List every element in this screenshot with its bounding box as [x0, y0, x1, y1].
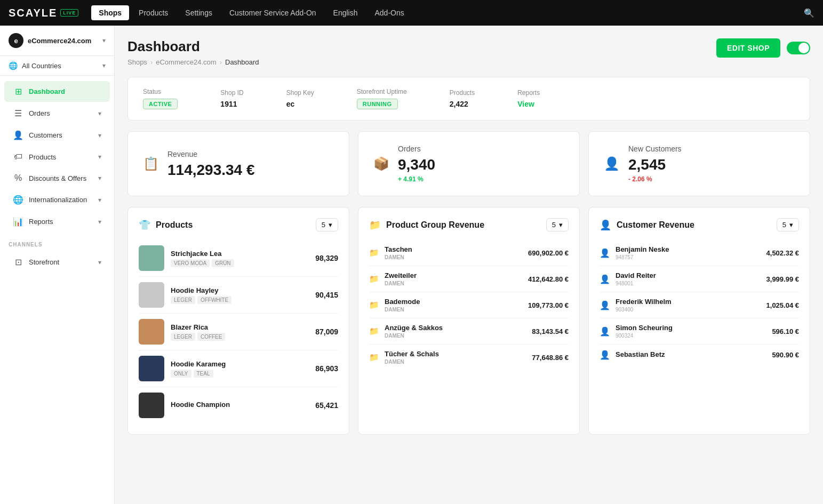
nav-language[interactable]: English: [326, 5, 365, 20]
product-name: Strichjacke Lea: [171, 250, 309, 258]
customer-value: 3,999.99 €: [766, 275, 799, 283]
main-content: Dashboard Shops › eCommerce24.com › Dash…: [115, 26, 823, 504]
sidebar-item-reports[interactable]: 📊 Reports ▾: [4, 211, 110, 232]
product-group-table-header: 📁 Product Group Revenue 5 ▾: [369, 218, 569, 231]
status-label: Reports: [517, 89, 540, 97]
group-value: 77,648.86 €: [532, 354, 569, 362]
product-count: 86,903: [315, 364, 338, 373]
metric-label: New Customers: [628, 145, 682, 153]
orders-icon: ☰: [13, 108, 23, 118]
group-value: 690,902.00 €: [528, 249, 569, 257]
customer-id: 903400: [616, 307, 761, 313]
products-icon: 🏷: [13, 152, 23, 162]
product-group-list: 📁 Taschen DAMEN 690,902.00 € 📁 Zweiteile…: [369, 240, 569, 370]
tables-row: 👕 Products 5 ▾ Strichjacke Lea: [127, 207, 810, 435]
table-row: Hoodie Karameg ONLY TEAL 86,903: [139, 350, 338, 387]
breadcrumb-separator: ›: [150, 58, 153, 66]
edit-shop-button[interactable]: EDIT SHOP: [716, 38, 780, 58]
shop-selector[interactable]: e eCommerce24.com ▾: [0, 26, 114, 56]
product-group-count-value: 5: [552, 221, 556, 229]
customer-revenue-table-title: Customer Revenue: [617, 220, 694, 230]
sidebar-item-internationalization[interactable]: 🌐 Internationalization ▾: [4, 189, 110, 210]
status-label: Shop ID: [220, 89, 243, 97]
table-row: 📁 Bademode DAMEN 109,773.00 €: [369, 292, 569, 318]
folder-icon: 📁: [369, 248, 379, 258]
customer-revenue-count-value: 5: [782, 221, 786, 229]
customer-name: Sebastian Betz: [616, 350, 766, 358]
customer-name: Frederik Wilhelm: [616, 298, 761, 306]
sidebar-item-products[interactable]: 🏷 Products ▾: [4, 147, 110, 167]
customer-name: Simon Scheuring: [616, 324, 766, 332]
chevron-down-icon: ▾: [329, 221, 332, 229]
product-count: 87,009: [315, 327, 338, 336]
orders-icon: 📦: [373, 156, 389, 171]
table-row: Hoodie Hayley LEGER OFFWHITE 90,415: [139, 277, 338, 314]
search-icon[interactable]: 🔍: [804, 8, 814, 18]
layout: e eCommerce24.com ▾ 🌐 All Countries ▾ ⊞ …: [0, 26, 823, 504]
customer-avatar-icon: 👤: [600, 350, 610, 360]
customer-id: 948001: [616, 281, 761, 286]
sidebar-item-storefront[interactable]: ⊡ Storefront ▾: [4, 252, 110, 273]
status-badge-running: RUNNING: [357, 99, 398, 109]
customer-avatar-icon: 👤: [600, 300, 610, 310]
breadcrumb-shops[interactable]: Shops: [127, 58, 147, 66]
breadcrumb-shop-name[interactable]: eCommerce24.com: [156, 58, 216, 66]
metric-orders: 📦 Orders 9,340 + 4.91 %: [358, 131, 580, 196]
sidebar-item-discounts[interactable]: % Discounts & Offers ▾: [4, 168, 110, 188]
page-header: Dashboard Shops › eCommerce24.com › Dash…: [127, 38, 810, 66]
sidebar-item-label: Internationalization: [29, 196, 87, 204]
products-count-value: 5: [322, 221, 325, 229]
brand-logo: SCAYLE LIVE: [9, 7, 78, 19]
shop-avatar: e: [9, 33, 23, 48]
chevron-down-icon: ▾: [559, 221, 563, 229]
nav-settings[interactable]: Settings: [178, 5, 220, 20]
customer-value: 596.10 €: [772, 327, 799, 335]
breadcrumb-current: Dashboard: [225, 58, 259, 66]
status-card: Status ACTIVE Shop ID 1911 Shop Key ec S…: [127, 77, 810, 121]
products-count-select[interactable]: 5 ▾: [316, 218, 338, 231]
status-label: Shop Key: [286, 89, 314, 97]
chevron-down-icon: ▾: [98, 153, 101, 161]
country-selector[interactable]: 🌐 All Countries ▾: [0, 56, 114, 76]
nav-addons[interactable]: Add-Ons: [367, 5, 411, 20]
table-row: 📁 Anzüge & Sakkos DAMEN 83,143.54 €: [369, 318, 569, 345]
product-group-table-card: 📁 Product Group Revenue 5 ▾ 📁 Taschen DA…: [358, 207, 580, 435]
products-table-card: 👕 Products 5 ▾ Strichjacke Lea: [127, 207, 349, 435]
customer-value: 4,502.32 €: [766, 249, 799, 257]
chevron-down-icon: ▾: [102, 37, 106, 44]
product-group-table-icon: 📁: [369, 219, 381, 231]
sidebar-item-label: Orders: [29, 109, 50, 117]
status-label: Status: [143, 88, 178, 95]
chevron-down-icon: ▾: [98, 218, 101, 226]
sidebar-item-orders[interactable]: ☰ Orders ▾: [4, 103, 110, 124]
product-group-count-select[interactable]: 5 ▾: [546, 218, 569, 231]
chevron-down-icon: ▾: [98, 110, 101, 117]
table-row: 👤 Simon Scheuring 900324 596.10 €: [600, 318, 799, 345]
shop-active-toggle[interactable]: [787, 42, 810, 54]
discounts-icon: %: [13, 173, 23, 183]
reports-view-link[interactable]: View: [517, 100, 534, 108]
sidebar-item-label: Customers: [29, 131, 62, 139]
product-thumbnail: [139, 282, 164, 308]
metrics-row: 📋 Revenue 114,293.34 € 📦 Orders 9,340 + …: [127, 131, 810, 196]
product-thumbnail: [139, 356, 164, 381]
sidebar-item-customers[interactable]: 👤 Customers ▾: [4, 125, 110, 146]
country-selector-left: 🌐 All Countries: [9, 61, 61, 70]
customer-revenue-table-card: 👤 Customer Revenue 5 ▾ 👤 Benjamin Neske …: [588, 207, 810, 435]
nav-shops[interactable]: Shops: [91, 5, 129, 20]
status-field-shop-key: Shop Key ec: [286, 89, 314, 108]
product-tag: ONLY: [171, 370, 191, 378]
metric-label: Orders: [398, 145, 435, 153]
nav-products[interactable]: Products: [131, 5, 175, 20]
table-row: 👤 David Reiter 948001 3,999.99 €: [600, 266, 799, 292]
nav-customer-service[interactable]: Customer Service Add-On: [222, 5, 324, 20]
product-tag: TEAL: [194, 370, 213, 378]
metric-value: 9,340: [398, 157, 435, 172]
customer-name: David Reiter: [616, 271, 761, 279]
sidebar-item-dashboard[interactable]: ⊞ Dashboard: [4, 81, 110, 102]
customer-revenue-count-select[interactable]: 5 ▾: [777, 218, 799, 231]
breadcrumb-separator: ›: [220, 58, 222, 66]
group-sub: DAMEN: [385, 281, 523, 286]
metric-value: 114,293.34 €: [167, 163, 255, 178]
breadcrumb: Shops › eCommerce24.com › Dashboard: [127, 58, 259, 66]
